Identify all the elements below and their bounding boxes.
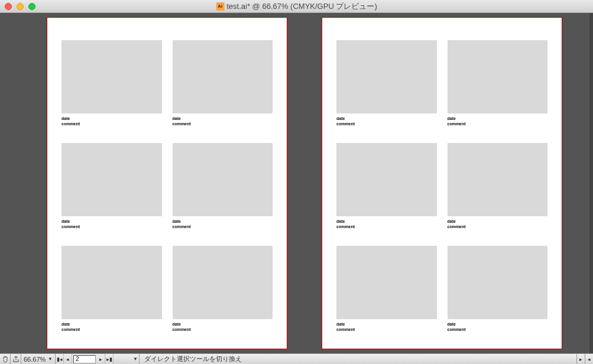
window-title-text: test.ai* @ 66.67% (CMYK/GPU プレビュー) <box>226 1 377 12</box>
cell[interactable]: date comment <box>448 246 548 332</box>
cell[interactable]: date comment <box>173 143 273 229</box>
date-label: date <box>173 219 273 224</box>
cell-labels: date comment <box>173 116 273 126</box>
zoom-level[interactable]: 66.67% ▼ <box>21 354 56 365</box>
cell-labels: date comment <box>173 219 273 229</box>
cell[interactable]: date comment <box>61 246 162 332</box>
image-placeholder <box>173 40 273 113</box>
minimize-button[interactable] <box>17 3 24 10</box>
image-placeholder <box>448 246 548 319</box>
zoom-value: 66.67% <box>24 356 46 363</box>
cell[interactable]: date comment <box>173 40 273 126</box>
cell[interactable]: date comment <box>336 40 437 126</box>
cell-labels: date comment <box>448 116 548 126</box>
cell-labels: date comment <box>448 219 548 229</box>
first-artboard-button[interactable]: ▮◂ <box>56 354 64 365</box>
cell[interactable]: date comment <box>336 143 437 229</box>
cell[interactable]: date comment <box>61 40 162 126</box>
cells-grid: date comment date comment date comment <box>336 40 547 333</box>
date-label: date <box>61 116 162 121</box>
tool-hint: ダイレクト選択ツールを切り換え <box>140 355 576 363</box>
cell[interactable]: date comment <box>448 40 548 126</box>
comment-label: comment <box>173 121 273 126</box>
vertical-scrollbar[interactable] <box>589 13 593 353</box>
last-artboard-button[interactable]: ▸▮ <box>105 354 114 365</box>
maximize-button[interactable] <box>28 3 35 10</box>
comment-label: comment <box>448 224 548 229</box>
artboard-number-input[interactable] <box>73 355 96 363</box>
date-label: date <box>336 219 437 224</box>
cells-grid: date comment date comment date comment <box>61 40 273 333</box>
next-artboard-button[interactable]: ▸ <box>97 354 105 365</box>
comment-label: comment <box>336 224 437 229</box>
comment-label: comment <box>448 327 548 332</box>
comment-label: comment <box>448 121 548 126</box>
comment-label: comment <box>173 327 273 332</box>
comment-label: comment <box>173 224 273 229</box>
window-titlebar: Ai test.ai* @ 66.67% (CMYK/GPU プレビュー) <box>0 0 593 13</box>
date-label: date <box>173 116 273 121</box>
date-label: date <box>336 321 437 327</box>
image-placeholder <box>61 40 162 113</box>
cell-labels: date comment <box>336 116 437 126</box>
image-placeholder <box>61 143 162 216</box>
cell[interactable]: date comment <box>173 246 273 332</box>
date-label: date <box>61 219 162 224</box>
comment-label: comment <box>61 327 162 332</box>
cell[interactable]: date comment <box>61 143 162 229</box>
share-icon[interactable] <box>11 354 21 365</box>
close-button[interactable] <box>5 3 12 10</box>
statusbar: 66.67% ▼ ▮◂ ◂ ▸ ▸▮ ▼ ダイレクト選択ツールを切り換え ▸ ◂ <box>0 353 593 364</box>
prev-artboard-button[interactable]: ◂ <box>64 354 72 365</box>
canvas-area[interactable]: date comment date comment date comment <box>0 13 589 353</box>
image-placeholder <box>61 246 162 319</box>
date-label: date <box>61 321 162 327</box>
artboard-2[interactable]: date comment date comment date comment <box>322 18 562 349</box>
chevron-down-icon: ▼ <box>133 356 138 362</box>
date-label: date <box>173 321 273 327</box>
image-placeholder <box>336 246 437 319</box>
image-placeholder <box>336 143 437 216</box>
artboards-container: date comment date comment date comment <box>47 18 562 349</box>
artboard-dropdown[interactable]: ▼ <box>114 354 140 365</box>
cell-labels: date comment <box>61 321 162 332</box>
comment-label: comment <box>61 121 162 126</box>
comment-label: comment <box>61 224 162 229</box>
cell-labels: date comment <box>61 116 162 126</box>
cell[interactable]: date comment <box>448 143 548 229</box>
window-title: Ai test.ai* @ 66.67% (CMYK/GPU プレビュー) <box>216 1 377 12</box>
image-placeholder <box>336 40 437 113</box>
comment-label: comment <box>336 327 437 332</box>
scroll-left-button[interactable]: ◂ <box>585 354 593 365</box>
cell[interactable]: date comment <box>336 246 437 332</box>
chevron-down-icon: ▼ <box>48 356 53 362</box>
cell-labels: date comment <box>448 321 548 332</box>
image-placeholder <box>448 143 548 216</box>
image-placeholder <box>448 40 548 113</box>
hand-tool-icon[interactable] <box>0 354 11 365</box>
date-label: date <box>448 219 548 224</box>
image-placeholder <box>173 246 273 319</box>
date-label: date <box>448 116 548 121</box>
date-label: date <box>448 321 548 327</box>
comment-label: comment <box>336 121 437 126</box>
image-placeholder <box>173 143 273 216</box>
cell-labels: date comment <box>336 321 437 332</box>
cell-labels: date comment <box>61 219 162 229</box>
cell-labels: date comment <box>173 321 273 332</box>
statusbar-right: ▸ ◂ <box>576 354 593 365</box>
traffic-lights <box>0 3 35 10</box>
artboard-1[interactable]: date comment date comment date comment <box>47 18 287 349</box>
cell-labels: date comment <box>336 219 437 229</box>
scroll-right-button[interactable]: ▸ <box>576 354 585 365</box>
date-label: date <box>336 116 437 121</box>
artboard-nav: ▮◂ ◂ ▸ ▸▮ <box>56 354 114 365</box>
ai-file-icon: Ai <box>216 2 224 11</box>
